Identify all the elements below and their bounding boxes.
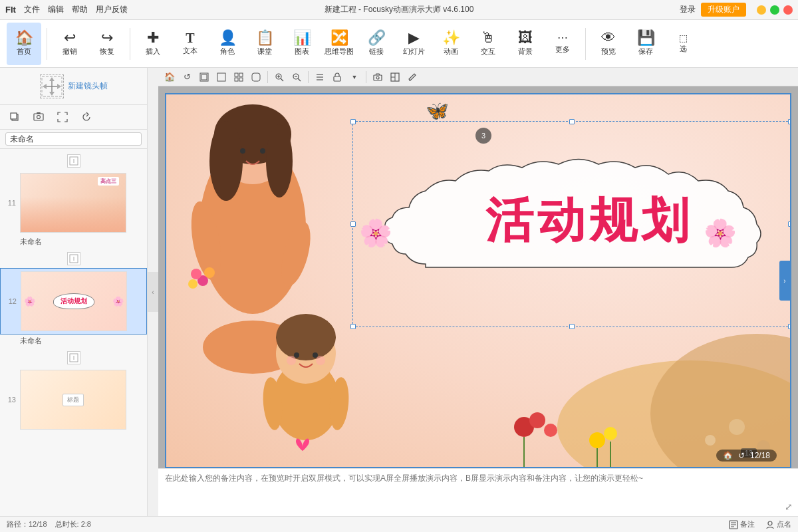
toolbar-home[interactable]: 🏠 首页 — [7, 23, 41, 65]
canvas-lock-icon[interactable] — [330, 70, 344, 84]
notes-expand-button[interactable]: ⤢ — [785, 501, 793, 512]
points-status-button[interactable]: 点名 — [765, 519, 791, 529]
slide-icon: ▶ — [408, 31, 420, 45]
svg-rect-20 — [217, 73, 225, 81]
toolbar-chart[interactable]: 📊 图表 — [285, 23, 319, 65]
canvas-zoom-in-icon[interactable] — [272, 70, 287, 84]
fullscreen-button[interactable] — [53, 108, 72, 126]
toolbar-home-label: 首页 — [17, 47, 31, 57]
svg-rect-8 — [11, 113, 17, 119]
canvas-align-icon[interactable] — [313, 70, 327, 84]
slide-thumb-11: 高点三 — [20, 173, 126, 233]
notes-status-button[interactable]: 备注 — [729, 519, 755, 529]
login-button[interactable]: 登录 — [680, 4, 696, 15]
toolbar-redo[interactable]: ↪ 恢复 — [90, 23, 124, 65]
toolbar-interact-label: 交互 — [481, 47, 495, 57]
svg-point-10 — [37, 116, 41, 119]
toolbar-save[interactable]: 💾 保存 — [628, 23, 663, 65]
canvas-camera-icon[interactable] — [370, 70, 385, 84]
canvas-edit-icon[interactable] — [405, 70, 420, 84]
toolbar-preview-label: 预览 — [601, 47, 616, 57]
toolbar-animation[interactable]: ✨ 动画 — [434, 23, 468, 65]
toolbar-text[interactable]: T 文本 — [173, 23, 207, 65]
class-icon: 📋 — [256, 31, 274, 45]
slide-separator-11[interactable] — [0, 152, 147, 170]
points-status-label: 点名 — [777, 519, 791, 529]
canvas-toolbar: 🏠 ↺ — [158, 68, 798, 86]
canvas-toolbar-sep3 — [366, 71, 366, 83]
slide-element-badge-3: 3 — [475, 128, 491, 144]
canvas-frame-icon3[interactable] — [231, 70, 246, 84]
status-path-text: 路径：12/18 — [7, 519, 47, 529]
upgrade-button[interactable]: 升级账户 — [701, 3, 746, 17]
maximize-button[interactable] — [770, 5, 779, 15]
new-frame-button[interactable]: 新建镜头帧 — [0, 68, 147, 105]
toolbar-class[interactable]: 📋 课堂 — [247, 23, 282, 65]
canvas-frame-icon4[interactable] — [249, 70, 263, 84]
slide-item-11[interactable]: 11 高点三 — [0, 170, 147, 235]
menu-file[interactable]: 文件 — [24, 4, 40, 15]
canvas-zoom-out-icon[interactable] — [289, 70, 304, 84]
link-icon: 🔗 — [368, 31, 386, 45]
slides-list: 11 高点三 未命名 1 — [0, 149, 147, 516]
toolbar-preview[interactable]: 👁 预览 — [591, 23, 626, 65]
slide-separator-12[interactable] — [0, 249, 147, 268]
canvas-lock-dropdown-icon[interactable]: ▼ — [347, 70, 362, 84]
svg-rect-11 — [37, 112, 41, 114]
canvas-frame-icon1[interactable] — [197, 70, 211, 84]
slide-name-12: 未命名 — [0, 334, 147, 348]
toolbar-save-label: 保存 — [638, 47, 653, 57]
close-button[interactable] — [783, 5, 793, 15]
statusbar: 路径：12/18 总时长: 2:8 备注 点名 — [0, 516, 798, 532]
flower-left-decoration: 🌸 — [359, 217, 392, 249]
toolbar-more-label: 更多 — [555, 45, 570, 55]
points-status-icon — [765, 520, 775, 529]
toolbar-select-label: 选 — [680, 44, 687, 54]
menu-edit[interactable]: 编辑 — [48, 4, 64, 15]
slide-item-12[interactable]: 12 活动规划 🌸 🌸 — [0, 268, 147, 334]
minimize-button[interactable] — [757, 5, 766, 15]
svg-marker-6 — [49, 92, 55, 96]
toolbar-animation-label: 动画 — [444, 47, 458, 57]
titlebar-left: FIt 文件 编辑 帮助 用户反馈 — [5, 4, 128, 15]
toolbar-undo[interactable]: ↩ 撤销 — [53, 23, 87, 65]
toolbar-slide[interactable]: ▶ 幻灯片 — [396, 23, 431, 65]
notes-input[interactable] — [165, 473, 791, 512]
frame-name-input[interactable] — [5, 132, 142, 146]
copy-frame-button[interactable] — [5, 108, 24, 126]
svg-point-83 — [768, 521, 772, 525]
select-icon: ⬚ — [679, 33, 688, 43]
menu-help[interactable]: 帮助 — [72, 4, 88, 15]
slide-separator-13[interactable] — [0, 348, 147, 367]
screenshot-button[interactable] — [29, 108, 48, 126]
toolbar-mindmap[interactable]: 🔀 思维导图 — [322, 23, 356, 65]
toolbar-link[interactable]: 🔗 链接 — [359, 23, 394, 65]
toolbar: 🏠 首页 ↩ 撤销 ↪ 恢复 ✚ 插入 T 文本 👤 角色 📋 课堂 📊 图表 … — [0, 20, 798, 68]
canvas-main[interactable]: 🦋 活动规划 🌸 🌸 — [158, 86, 798, 468]
toolbar-more[interactable]: ⋯ 更多 — [545, 23, 580, 65]
canvas-layout-icon[interactable] — [388, 70, 402, 84]
toolbar-sep-2 — [130, 28, 130, 60]
svg-line-31 — [298, 78, 301, 81]
toolbar-select[interactable]: ⬚ 选 — [666, 23, 700, 65]
slide-num-11: 11 — [5, 199, 16, 207]
canvas-rotate-left-icon[interactable]: ↺ — [180, 70, 194, 84]
panel-collapse-button[interactable]: ‹ — [148, 272, 158, 312]
toolbar-bg[interactable]: 🖼 背景 — [508, 23, 543, 65]
toolbar-mindmap-label: 思维导图 — [325, 47, 354, 57]
canvas-frame-icon2[interactable] — [214, 70, 229, 84]
toolbar-slide-label: 幻灯片 — [403, 47, 425, 57]
toolbar-insert[interactable]: ✚ 插入 — [136, 23, 170, 65]
status-duration-text: 总时长: 2:8 — [55, 519, 91, 529]
toolbar-role[interactable]: 👤 角色 — [210, 23, 245, 65]
left-panel: 新建镜头帧 — [0, 68, 148, 516]
refresh-button[interactable] — [77, 108, 96, 126]
app-logo: FIt — [5, 5, 16, 15]
animation-icon: ✨ — [442, 31, 460, 45]
toolbar-text-label: 文本 — [183, 46, 198, 56]
right-panel-expand-button[interactable]: › — [779, 261, 790, 301]
toolbar-interact[interactable]: 🖱 交互 — [471, 23, 505, 65]
canvas-home-icon[interactable]: 🏠 — [162, 70, 177, 84]
slide-item-13[interactable]: 13 标题 — [0, 367, 147, 432]
menu-feedback[interactable]: 用户反馈 — [96, 4, 128, 15]
